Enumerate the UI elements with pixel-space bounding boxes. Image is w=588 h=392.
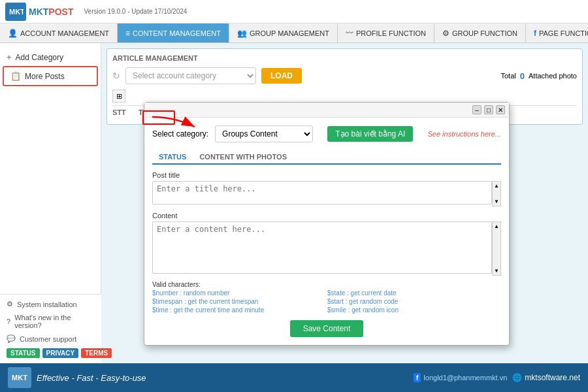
logo: MKT MKTPOST [5,3,73,21]
modal-category-row: Select category: Groups Content Tạo bài … [152,125,501,142]
footer: MKT Effective - Fast - Easy-to-use f lon… [0,363,588,392]
tab-profile[interactable]: 〰 PROFILE FUNCTION [338,24,434,42]
account-icon: 👤 [8,29,18,38]
tab-groupfn[interactable]: ⚙ GROUP FUNCTION [434,24,526,42]
section-title: ARTICLE MANAGEMENT [112,54,577,62]
logo-text: MKTPOST [29,7,73,17]
sidebar-item-more-posts[interactable]: 📋 More Posts [3,66,98,86]
post-title-container: ▲ ▼ [152,181,501,206]
right-toolbar: Total 0 Attached photo [501,71,578,81]
valid-chars: Valid characters: $number : random numbe… [152,281,501,314]
category-select[interactable]: Groups Content [215,125,313,142]
modal-titlebar: – □ ✕ [144,103,509,118]
modal-maximize[interactable]: □ [484,105,493,114]
tab-pagefn[interactable]: f PAGE FUNCTION [526,24,588,42]
footer-right: f longld1@phanmemmkt.vn 🌐 mktsoftware.ne… [414,373,580,382]
valid-char-5: $smile : get random icon [327,306,501,314]
posts-icon: 📋 [10,71,21,81]
save-row: Save Content [152,320,501,337]
valid-chars-title: Valid characters: [152,281,501,288]
footer-left: MKT Effective - Fast - Easy-to-use [8,367,146,388]
header: MKT MKTPOST Version 19.0.0 - Update 17/1… [0,0,588,24]
modal-close[interactable]: ✕ [496,105,505,114]
post-title-group: Post title ▲ ▼ [152,171,501,206]
content-input[interactable] [152,221,492,274]
sidebar-item-system[interactable]: ⚙ System installation [0,297,101,311]
select-category-label: Select category: [152,129,208,139]
ai-button[interactable]: Tạo bài viết bằng AI [327,126,413,142]
tab-account[interactable]: 👤 ACCOUNT MANAGEMENT [0,24,118,42]
expand-icon[interactable]: ⊞ [112,90,125,103]
tab-group[interactable]: 👥 GROUP MANAGEMENT [229,24,338,42]
toolbar: ↻ Select account category LOAD Total 0 A… [112,67,577,84]
valid-char-2: $timespan : get the current timespan [152,298,326,305]
pagefn-icon: f [534,29,536,38]
tab-status[interactable]: STATUS [152,150,193,165]
version-text: Version 19.0.0 - Update 17/10/2024 [84,8,187,15]
modal-minimize[interactable]: – [472,105,482,114]
sidebar-item-add-category[interactable]: + Add Category [0,48,101,66]
modal-tabs: STATUS CONTENT WITH PHOTOS [152,150,501,165]
valid-char-4: $time : get the current time and minute [152,306,326,314]
status-badges: STATUS PRIVACY TERMS [0,346,101,361]
scroll-up[interactable]: ▲ [493,183,500,189]
footer-user-link[interactable]: f longld1@phanmemmkt.vn [414,373,508,382]
support-icon: 💬 [7,335,16,343]
valid-char-0: $number : random number [152,289,326,297]
sidebar-item-support[interactable]: 💬 Customer support [0,332,101,346]
table-toolbar: ⊞ [112,90,577,103]
content-icon: ≡ [125,29,130,38]
scroll-down[interactable]: ▼ [493,199,500,204]
post-title-input[interactable] [152,181,492,204]
globe-icon: 🌐 [512,373,522,382]
save-content-button[interactable]: Save Content [290,320,364,337]
footer-logo: MKT [8,367,31,388]
svg-text:MKT: MKT [9,8,24,16]
valid-char-1: $state : get current date [327,289,501,297]
badge-privacy[interactable]: PRIVACY [42,348,79,358]
instructions-link[interactable]: See instructions here... [427,130,501,138]
groupfn-icon: ⚙ [442,29,449,38]
footer-logo-text: MKT [12,374,27,382]
logo-icon: MKT [5,3,26,21]
tab-content-photos[interactable]: CONTENT WITH PHOTOS [193,150,293,163]
scroll-up-content[interactable]: ▲ [493,223,500,229]
valid-char-3: $start : get random code [327,298,501,305]
badge-status[interactable]: STATUS [7,348,40,358]
title-scrollbar[interactable]: ▲ ▼ [492,181,501,206]
facebook-icon: f [414,373,421,382]
content-group: Content ▲ ▼ [152,212,501,276]
content-scrollbar[interactable]: ▲ ▼ [492,221,501,276]
whats-new-icon: ? [7,318,10,325]
refresh-icon[interactable]: ↻ [112,71,120,81]
content-container: ▲ ▼ [152,221,501,276]
col-stt: STT [112,108,139,116]
footer-tagline: Effective - Fast - Easy-to-use [37,373,146,383]
account-category-select[interactable]: Select account category [125,67,256,84]
add-icon: + [7,52,12,62]
load-button[interactable]: LOAD [261,68,302,84]
post-title-label: Post title [152,171,501,179]
scroll-down-content[interactable]: ▼ [493,268,500,274]
footer-website[interactable]: 🌐 mktsoftware.net [512,373,580,382]
nav-tabs: 👤 ACCOUNT MANAGEMENT ≡ CONTENT MANAGEMEN… [0,24,588,43]
system-icon: ⚙ [7,300,13,308]
sidebar-item-whats-new[interactable]: ? What's new in the version? [0,311,101,332]
sidebar-bottom: ⚙ System installation ? What's new in th… [0,294,101,363]
group-icon: 👥 [237,29,247,38]
badge-terms[interactable]: TERMS [81,348,112,358]
profile-icon: 〰 [346,29,353,38]
modal-content: Select category: Groups Content Tạo bài … [144,118,509,345]
content-label: Content [152,212,501,220]
tab-content[interactable]: ≡ CONTENT MANAGEMENT [118,24,229,42]
modal: – □ ✕ Select category: Groups Content Tạ… [144,102,510,346]
